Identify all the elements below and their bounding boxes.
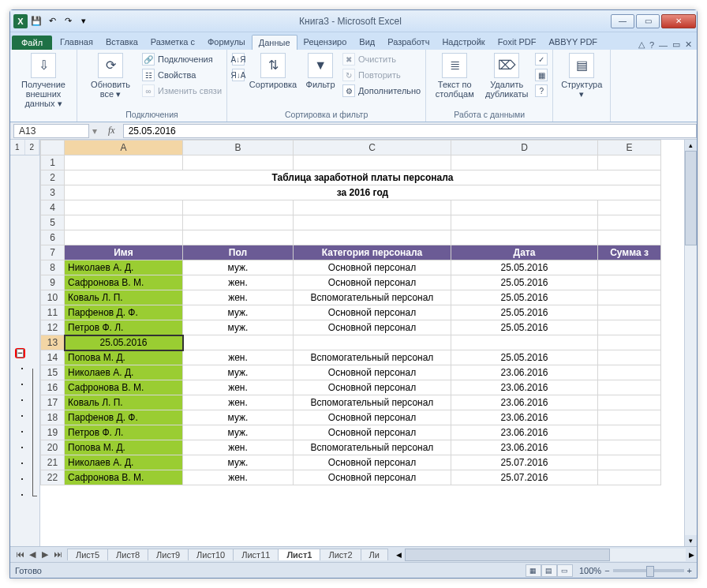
name-cell[interactable]: Коваль Л. П.	[65, 290, 183, 305]
tab-nav-prev[interactable]: ◀	[26, 549, 39, 560]
row-header[interactable]: 11	[41, 305, 65, 320]
cell[interactable]	[451, 215, 598, 230]
row-header[interactable]: 14	[41, 350, 65, 365]
sex-cell[interactable]: жен.	[183, 470, 294, 485]
name-cell[interactable]: Коваль Л. П.	[65, 395, 183, 410]
name-cell[interactable]: Николаев А. Д.	[65, 455, 183, 470]
category-cell[interactable]: Основной персонал	[294, 305, 451, 320]
cell[interactable]	[183, 155, 294, 170]
file-tab[interactable]: Файл	[12, 36, 52, 50]
row-header[interactable]: 12	[41, 320, 65, 335]
ribbon-tab[interactable]: Надстройк	[436, 35, 491, 50]
name-cell[interactable]: Сафронова В. М.	[65, 275, 183, 290]
sheet-tab[interactable]: Лист10	[188, 549, 234, 560]
cell[interactable]	[294, 200, 451, 215]
row-header[interactable]: 22	[41, 470, 65, 485]
cell[interactable]	[598, 350, 661, 365]
cell[interactable]	[598, 335, 661, 350]
row-header[interactable]: 7	[41, 245, 65, 260]
qat-more[interactable]: ▾	[77, 14, 91, 28]
ribbon-tab[interactable]: Вид	[353, 35, 381, 50]
name-cell[interactable]: Петров Ф. Л.	[65, 320, 183, 335]
date-cell[interactable]: 25.05.2016	[451, 350, 598, 365]
view-page-layout[interactable]: ▤	[541, 564, 557, 577]
cell[interactable]	[598, 380, 661, 395]
zoom-level[interactable]: 100%	[579, 566, 601, 575]
sex-cell[interactable]: жен.	[183, 395, 294, 410]
category-cell[interactable]: Основной персонал	[294, 365, 451, 380]
ribbon-tab[interactable]: Рецензиро	[297, 35, 354, 50]
help-icon[interactable]: ?	[649, 40, 654, 50]
cell[interactable]	[598, 305, 661, 320]
row-header[interactable]: 2	[41, 170, 65, 185]
cell[interactable]	[65, 200, 183, 215]
vertical-scrollbar[interactable]: ▴ ▾	[684, 140, 697, 546]
sex-cell[interactable]: муж.	[183, 320, 294, 335]
table-header-cell[interactable]: Дата	[451, 245, 598, 260]
row-header[interactable]: 8	[41, 260, 65, 275]
ribbon-min-icon[interactable]: △	[638, 39, 645, 50]
column-header[interactable]: C	[294, 140, 451, 155]
sex-cell[interactable]: жен.	[183, 290, 294, 305]
cell[interactable]	[598, 410, 661, 425]
zoom-out[interactable]: −	[604, 566, 609, 575]
date-cell[interactable]: 23.06.2016	[451, 425, 598, 440]
name-cell[interactable]: Николаев А. Д.	[65, 260, 183, 275]
qat-redo[interactable]: ↷	[61, 14, 75, 28]
select-all-cell[interactable]	[41, 140, 65, 155]
category-cell[interactable]: Основной персонал	[294, 320, 451, 335]
table-header-cell[interactable]: Пол	[183, 245, 294, 260]
mdi-min-icon[interactable]: —	[659, 40, 668, 50]
ribbon-tab[interactable]: Главная	[54, 35, 99, 50]
row-header[interactable]: 15	[41, 365, 65, 380]
cell[interactable]	[598, 365, 661, 380]
cell[interactable]	[451, 200, 598, 215]
date-cell[interactable]: 25.07.2016	[451, 470, 598, 485]
cell[interactable]	[183, 230, 294, 245]
formula-input[interactable]: 25.05.2016	[123, 124, 697, 138]
cell[interactable]	[598, 455, 661, 470]
date-cell[interactable]: 23.06.2016	[451, 410, 598, 425]
ribbon-tab[interactable]: Foxit PDF	[492, 35, 543, 50]
row-header[interactable]: 1	[41, 155, 65, 170]
category-cell[interactable]: Основной персонал	[294, 380, 451, 395]
cell[interactable]	[598, 440, 661, 455]
worksheet-grid[interactable]: ABCDE12Таблица заработной платы персонал…	[40, 140, 684, 546]
category-cell[interactable]: Основной персонал	[294, 455, 451, 470]
ribbon-tab[interactable]: Данные	[252, 35, 297, 50]
outline-button[interactable]: ▤ Структура ▾	[558, 51, 605, 99]
row-header[interactable]: 10	[41, 290, 65, 305]
category-cell[interactable]: Основной персонал	[294, 260, 451, 275]
cell[interactable]	[183, 335, 294, 350]
row-header[interactable]: 21	[41, 455, 65, 470]
sex-cell[interactable]: жен.	[183, 275, 294, 290]
cell[interactable]	[65, 215, 183, 230]
ribbon-tab[interactable]: Разметка с	[144, 35, 201, 50]
tab-nav-next[interactable]: ▶	[39, 549, 51, 560]
tab-nav-last[interactable]: ⏭	[51, 549, 64, 560]
cell[interactable]	[598, 290, 661, 305]
cell[interactable]	[294, 230, 451, 245]
cell[interactable]	[598, 320, 661, 335]
sex-cell[interactable]: муж.	[183, 425, 294, 440]
category-cell[interactable]: Основной персонал	[294, 275, 451, 290]
cell[interactable]	[294, 155, 451, 170]
subtotal-cell[interactable]: 25.05.2016	[65, 335, 183, 350]
sex-cell[interactable]: муж.	[183, 410, 294, 425]
whatif-button[interactable]: ?	[535, 83, 548, 99]
view-normal[interactable]: ▦	[526, 564, 541, 577]
reapply-button[interactable]: ↻Повторить	[342, 67, 421, 83]
row-header[interactable]: 20	[41, 440, 65, 455]
edit-links-button[interactable]: ∞Изменить связи	[142, 83, 222, 99]
ribbon-tab[interactable]: Вставка	[99, 35, 144, 50]
cell[interactable]	[294, 335, 451, 350]
name-box[interactable]: A13	[13, 124, 89, 138]
date-cell[interactable]: 25.05.2016	[451, 260, 598, 275]
category-cell[interactable]: Основной персонал	[294, 410, 451, 425]
mdi-close-icon[interactable]: ✕	[685, 39, 692, 50]
close-button[interactable]: ✕	[661, 14, 696, 28]
date-cell[interactable]: 23.06.2016	[451, 380, 598, 395]
cell[interactable]	[451, 155, 598, 170]
advanced-button[interactable]: ⚙Дополнительно	[342, 83, 421, 99]
row-header[interactable]: 17	[41, 395, 65, 410]
